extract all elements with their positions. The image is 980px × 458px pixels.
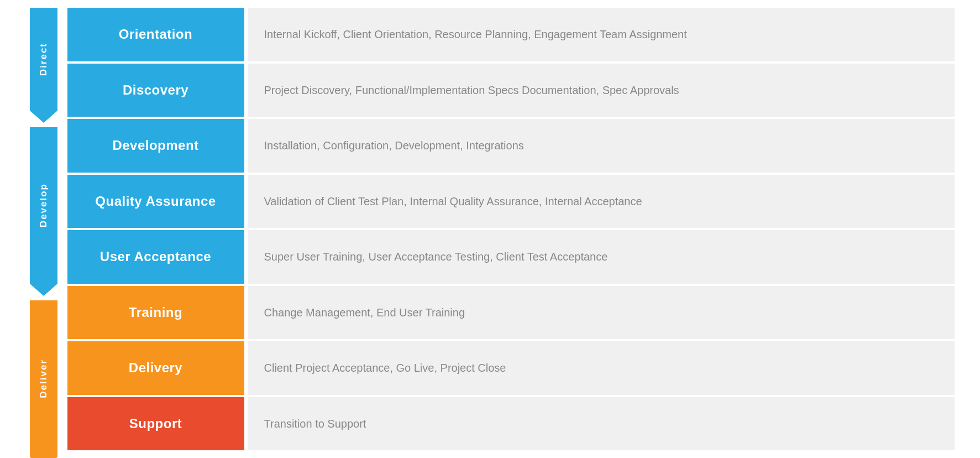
ua-description: Super User Training, User Acceptance Tes…	[248, 230, 955, 284]
deliver-arrow: Deliver	[26, 300, 62, 458]
delivery-label: Delivery	[67, 341, 244, 395]
discovery-row: Discovery Project Discovery, Functional/…	[67, 64, 955, 117]
training-row: Training Change Management, End User Tra…	[67, 286, 955, 340]
direct-arrow-chevron	[30, 111, 57, 123]
qa-description: Validation of Client Test Plan, Internal…	[248, 175, 955, 228]
development-description: Installation, Configuration, Development…	[248, 119, 955, 173]
support-label: Support	[67, 397, 244, 451]
develop-arrow-chevron	[30, 284, 57, 296]
direct-arrow-body: Direct	[30, 8, 57, 111]
deliver-arrow-body: Deliver	[30, 300, 57, 457]
delivery-description: Client Project Acceptance, Go Live, Proj…	[248, 341, 955, 395]
training-description: Change Management, End User Training	[248, 286, 955, 340]
ua-label: User Acceptance	[67, 230, 244, 284]
qa-label: Quality Assurance	[67, 175, 244, 228]
orientation-label: Orientation	[67, 8, 244, 61]
ua-row: User Acceptance Super User Training, Use…	[67, 230, 955, 284]
orientation-description: Internal Kickoff, Client Orientation, Re…	[248, 8, 955, 61]
direct-arrow: Direct	[26, 8, 62, 123]
discovery-description: Project Discovery, Functional/Implementa…	[248, 64, 955, 117]
qa-row: Quality Assurance Validation of Client T…	[67, 175, 955, 228]
development-label: Development	[67, 119, 244, 173]
discovery-label: Discovery	[67, 64, 244, 117]
deliver-label: Deliver	[38, 353, 49, 404]
main-container: Direct Develop Deliver Orientation Inter…	[26, 8, 955, 450]
support-description: Transition to Support	[248, 397, 955, 451]
develop-arrow-body: Develop	[30, 127, 57, 284]
develop-arrow: Develop	[26, 127, 62, 296]
delivery-row: Delivery Client Project Acceptance, Go L…	[67, 341, 955, 395]
content-area: Orientation Internal Kickoff, Client Ori…	[67, 8, 955, 450]
develop-label: Develop	[38, 178, 49, 233]
development-row: Development Installation, Configuration,…	[67, 119, 955, 173]
direct-label: Direct	[38, 37, 49, 81]
training-label: Training	[67, 286, 244, 340]
support-row: Support Transition to Support	[67, 397, 955, 451]
orientation-row: Orientation Internal Kickoff, Client Ori…	[67, 8, 955, 61]
sidebar: Direct Develop Deliver	[26, 8, 62, 450]
